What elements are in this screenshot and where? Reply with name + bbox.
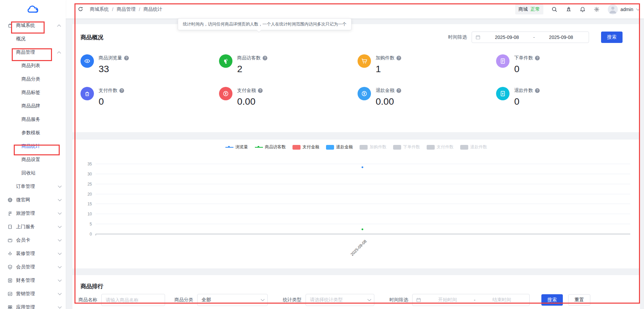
stat-value: 0 [514,64,540,74]
help-icon[interactable]: ? [263,56,267,60]
bell-icon[interactable] [580,6,586,12]
ranking-search-button[interactable]: 搜索 [541,294,563,306]
stat-value: 2 [237,64,267,74]
mall-status-pill[interactable]: 商城 正常 [515,4,543,14]
sidebar-item-label: 商品品牌 [21,103,60,109]
gear-icon[interactable] [594,6,600,12]
sidebar-item-micro-site[interactable]: 微官网 [0,193,66,207]
sidebar-item-recycle-bin[interactable]: 回收站 [0,166,66,180]
overview-search-button[interactable]: 搜索 [601,32,623,43]
sidebar-item-order-manage[interactable]: 订单管理 [0,180,66,193]
sidebar-item-goods-manage[interactable]: 商品管理 [0,46,66,59]
help-icon[interactable]: ? [119,88,124,93]
sidebar-item-shop-system[interactable]: 商城系统 [0,19,66,32]
sidebar-item-goods-service[interactable]: 商品服务 [0,113,66,126]
tooltip-arrow [257,28,261,33]
refresh-icon[interactable] [78,6,84,12]
stat-type-select[interactable]: 请选择统计类型 [306,294,374,306]
breadcrumb-item[interactable]: 商城系统 [90,6,109,12]
y-axis-tick-label: 15 [73,202,92,206]
goods-name-input[interactable] [101,294,165,306]
search-icon[interactable] [551,6,557,12]
sidebar-item-goods-category[interactable]: 商品分类 [0,72,66,86]
sidebar-item-decorate-manage[interactable]: 装修管理 [0,247,66,260]
y-axis-tick-label: 35 [73,162,92,166]
chevron-down-icon [58,278,61,281]
stat-card-goods-visitors: 商品访客数?2 [219,54,267,74]
help-icon[interactable]: ? [535,88,540,93]
chart-card: 浏览量商品访客数支付金额退款金额加购件数下单件数支付件数退款件数 0510152… [72,140,640,268]
sidebar-item-app-manage[interactable]: 应用管理 [0,301,66,309]
chart-point-浏览量[interactable] [362,166,363,168]
sidebar-item-overview[interactable]: 概况 [0,32,66,46]
stat-label: 退款件数 [514,88,533,94]
sidebar-item-param-template[interactable]: 参数模板 [0,126,66,140]
chevron-down-icon [58,264,61,268]
stat-type-placeholder: 请选择统计类型 [310,297,365,303]
stat-card-paid-count: 支付件数?0 [80,87,124,107]
help-icon[interactable]: ? [535,56,540,60]
stat-card-paid-amount: 支付金额?0.00 [219,87,263,107]
sidebar-item-door-service[interactable]: 上门服务 [0,220,66,234]
date-range-picker[interactable]: 2025-09-08 - 2025-09-08 [472,32,589,43]
sidebar-item-member-manage[interactable]: 会员管理 [0,260,66,274]
sidebar-item-label: 微官网 [16,197,58,203]
topbar: 商城系统/商品管理/商品统计 商城 正常 admin [66,0,644,18]
sidebar-item-marketing-manage[interactable]: 营销管理 [0,287,66,301]
sidebar-item-goods-tag[interactable]: 商品标签 [0,86,66,99]
y-axis-tick-label: 5 [73,222,92,226]
user-menu[interactable]: admin [608,4,639,14]
sidebar-item-travel-manage[interactable]: 旅游管理 [0,207,66,220]
date-separator: - [474,297,476,303]
breadcrumb-item[interactable]: 商品统计 [144,6,162,12]
ranking-title: 商品排行 [80,282,103,290]
gridline [96,184,630,184]
ranking-date-range-picker[interactable]: 开始时间 - 结束时间 [412,294,530,306]
end-time-placeholder[interactable]: 结束时间 [477,297,526,303]
chevron-down-icon [261,297,264,301]
date-start-value[interactable]: 2025-09-08 [483,35,531,40]
sidebar-item-goods-list[interactable]: 商品列表 [0,59,66,72]
time-filter-label: 时间筛选 [448,34,467,40]
help-icon[interactable]: ? [258,88,263,93]
stat-value: 0 [514,96,540,107]
sidebar-item-label: 商品管理 [16,49,58,55]
date-end-value[interactable]: 2025-09-08 [537,35,585,40]
sidebar-item-goods-setting[interactable]: 商品设置 [0,153,66,166]
logo[interactable] [0,0,66,19]
overview-title: 商品概况 [80,34,103,41]
finance-icon [7,278,13,283]
sidebar-item-goods-stats[interactable]: 商品统计 [0,140,66,153]
door-icon [7,224,13,229]
paybag-icon [80,87,94,100]
rocket-icon[interactable] [566,6,572,12]
chevron-down-icon [58,305,61,308]
avatar [608,4,618,14]
y-axis-tick-label: 0 [73,232,92,237]
sidebar-item-member-card[interactable]: 会员卡 [0,234,66,247]
breadcrumb-item[interactable]: 商品管理 [117,6,136,12]
help-icon[interactable]: ? [396,56,401,60]
stat-label: 加购件数 [376,55,394,61]
sidebar-item-finance-manage[interactable]: 财务管理 [0,274,66,287]
sidebar-item-label: 商品标签 [21,90,60,96]
sidebar-item-goods-brand[interactable]: 商品品牌 [0,99,66,113]
start-time-placeholder[interactable]: 开始时间 [423,297,472,303]
ranking-reset-button[interactable]: 重置 [568,294,590,306]
chart-point-商品访客数[interactable] [362,228,363,230]
x-axis-line [96,234,630,234]
sidebar-item-label: 旅游管理 [16,210,58,216]
help-icon[interactable]: ? [396,88,401,93]
help-icon[interactable]: ? [124,56,129,60]
goods-name-label: 商品名称 [78,297,97,303]
stat-card-goods-views: 商品浏览量?33 [80,54,129,74]
x-axis-tick [96,234,96,236]
chevron-down-icon [58,197,61,201]
sidebar-item-label: 商品统计 [21,143,60,149]
gridline [96,164,630,164]
goods-category-select[interactable]: 全部 [197,294,268,306]
chevron-down-icon [58,184,61,188]
eye-icon [80,54,94,68]
sidebar-item-label: 上门服务 [16,224,58,230]
y-axis-tick-label: 20 [73,192,92,197]
